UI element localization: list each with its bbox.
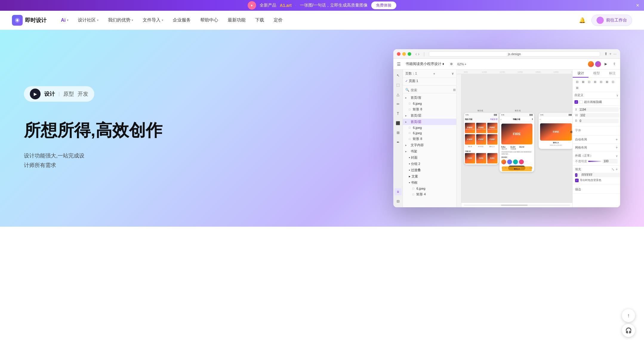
align-left-icon[interactable]: ⊟ [574,79,580,84]
prop-tab-annotate[interactable]: 标注 [604,69,620,78]
toolbar-zoom[interactable]: 62% + [457,62,466,66]
sidebar-frame-tool[interactable]: ⬚ [395,81,402,89]
layer-item-12[interactable]: • 过渡叠 [403,167,456,173]
toolbar-share-icon[interactable]: ⇧ [611,61,618,68]
layer-item-11[interactable]: • 分组 2 [403,161,456,167]
r-input[interactable] [578,119,619,123]
sidebar-select-tool[interactable]: ↖ [395,72,402,79]
add-tab-icon[interactable]: + [609,52,612,56]
prop-tab-design[interactable]: 设计 [573,69,588,78]
layer-item-15[interactable]: □ 6.jpeg [403,186,456,191]
sidebar-text-tool[interactable]: T [395,110,402,117]
sidebar-shape-tool[interactable]: △ [395,91,402,98]
avatar-icon-1 [588,61,594,67]
nav-item-help[interactable]: 帮助中心 [200,17,218,23]
canvas-area[interactable]: 整页/底 9:41 ▐▐▐ 我的书架 [461,74,572,207]
lock-ratio-icon[interactable]: 🔒 [620,119,620,123]
layer-item-0[interactable]: ▸ 首页/首 [403,95,456,101]
close-dot[interactable] [397,52,400,56]
sidebar-mask-tool[interactable]: ✒ [395,139,402,146]
minimize-dot[interactable] [402,52,406,56]
opacity-slider[interactable] [588,161,601,162]
r-row: R 🔒 ↔ [575,119,618,123]
align-right-icon[interactable]: ⊡ [586,79,592,84]
maximize-dot[interactable] [408,52,411,56]
app-window: ‹ › | js.design ⬆ + ··· ☰ 书籍阅读类小程序设计 ♦ ⊕ [393,49,620,207]
workspace-button[interactable]: 前往工作台 [591,15,632,26]
filter-icon[interactable]: ⊞ [453,88,456,92]
x-input[interactable] [578,107,619,112]
align-top-icon[interactable]: ⊞ [592,79,598,84]
layer-item-7[interactable]: □ 矩形 8 [403,136,456,142]
export-color-checkbox[interactable]: ✓ [575,179,579,182]
layer-item-10[interactable]: • 封面 [403,154,456,161]
distribute-v-icon[interactable]: ⊞ [574,85,580,90]
clip-checkbox[interactable]: ✓ [574,100,578,104]
nav-item-community[interactable]: 设计社区 ▾ [78,17,98,23]
auto-layout-add-icon[interactable]: + [616,137,618,142]
layer-item-13[interactable]: ▸ 文案 [403,173,456,180]
share-icon[interactable]: ⬆ [604,52,608,56]
layer-item-16[interactable]: □ 矩形 4 [403,191,456,197]
layer-item-4[interactable]: ▸ 首页/层 [403,119,456,125]
sidebar-image-tool[interactable]: ⬛ [395,120,402,127]
page-item-1[interactable]: ✓ 页面 1 [403,78,456,84]
zoom-plus-icon[interactable]: + [465,62,466,66]
banner-close-button[interactable]: × [636,2,639,9]
appearance-chevron[interactable]: ∨ [616,154,618,157]
sidebar-pen-tool[interactable]: ✏ [395,101,402,108]
nav-item-advantages[interactable]: 我们的优势 ▾ [108,17,133,23]
toolbar-icon-btn-1[interactable]: ⊕ [448,61,455,68]
navbar: 即时设计 Ai ▾ 设计社区 ▾ 我们的优势 ▾ 文件导入 ▾ 企业服务 帮助中… [0,11,644,30]
layer-item-1[interactable]: □ 6.jpeg [403,101,456,106]
layer-item-9[interactable]: ▸ 书架 [403,148,456,154]
fill-color-swatch[interactable] [579,173,579,177]
layer-item-6[interactable]: □ 6.jpeg [403,130,456,136]
nav-item-ai[interactable]: Ai ▾ [61,18,68,23]
avatar-3 [513,160,518,164]
canvas-scrollbar[interactable] [461,203,572,207]
more-icon[interactable]: ··· [613,52,617,56]
nav-back-icon[interactable]: ‹ [415,52,417,56]
layers-search-input[interactable] [411,88,452,92]
layer-item-3[interactable]: ▸ 首页/层 [403,112,456,119]
w-input[interactable] [579,113,619,118]
align-center-h-icon[interactable]: ⊠ [580,79,586,84]
nav-item-download[interactable]: 下载 [255,17,264,23]
fill-add-icon[interactable]: + [616,167,618,171]
fill-expand-icon[interactable]: ⤡ [611,167,614,171]
sidebar-assets-tab[interactable]: ⊟ [395,198,402,205]
nav-item-import[interactable]: 文件导入 ▾ [143,17,163,23]
nav-item-enterprise[interactable]: 企业服务 [173,17,191,23]
opacity-input[interactable] [603,159,618,163]
banner-cta-button[interactable]: 免费体验 [371,1,396,9]
layer-item-14[interactable]: • 书框 [403,180,456,186]
layer-item-8[interactable]: ▸ 文字内容 [403,142,456,148]
hero-badge[interactable]: ▶ 设计 | 原型 开发 [24,86,94,102]
align-bottom-icon[interactable]: ⊠ [604,79,610,84]
notification-bell-icon[interactable]: 🔔 [579,17,586,24]
titlebar-url[interactable]: js.design [429,51,600,57]
sidebar-component-tool[interactable]: ⊞ [395,129,402,136]
nav-item-new-features[interactable]: 最新功能 [228,17,246,23]
layer-item-2[interactable]: □ 矩形 8 [403,106,456,112]
sidebar-layers-tab[interactable]: ≡ [395,188,402,195]
layer-item-5[interactable]: □ 6.jpeg [403,125,456,130]
menu-icon[interactable]: ☰ [396,61,402,67]
nav-forward-icon[interactable]: › [418,52,420,56]
nav-item-pricing[interactable]: 定价 [274,17,283,23]
logo-area[interactable]: 即时设计 [12,15,47,26]
prop-tab-model[interactable]: 模型 [588,69,604,78]
fill-visible-checkbox[interactable]: ✓ [575,173,577,177]
hero-subtitle-line1: 设计功能强大,一站完成设 [24,153,84,159]
align-center-v-icon[interactable]: ⊟ [598,79,604,84]
fill-color-input[interactable] [580,173,620,177]
add-page-icon[interactable]: + [433,72,435,75]
toolbar-play-icon[interactable]: ▶ [602,61,609,68]
border-checkbox[interactable] [579,100,583,104]
pages-collapse-icon[interactable]: ∨ [452,72,454,75]
book-detail-content: FIRE 森林之火 9.8分书友点评 11.2万书友收藏 31万字 [500,122,534,172]
grid-layout-add-icon[interactable]: + [616,146,618,150]
distribute-h-icon[interactable]: ⊡ [610,79,616,84]
auto-define-chevron[interactable]: ∨ [616,94,618,97]
